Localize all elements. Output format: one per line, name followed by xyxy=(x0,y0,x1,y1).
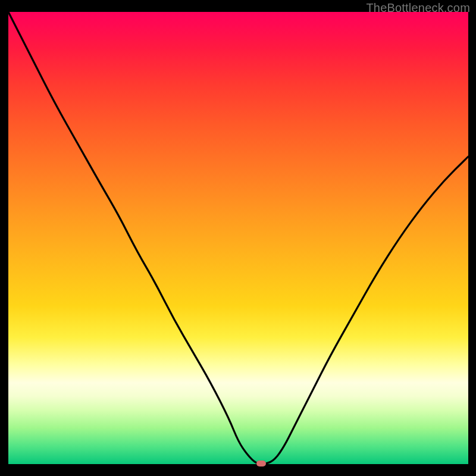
bottleneck-curve xyxy=(8,12,468,464)
plot-area xyxy=(8,12,468,464)
chart-stage: TheBottleneck.com xyxy=(0,0,476,476)
curve-path xyxy=(8,12,468,464)
optimal-point-marker xyxy=(256,461,266,466)
